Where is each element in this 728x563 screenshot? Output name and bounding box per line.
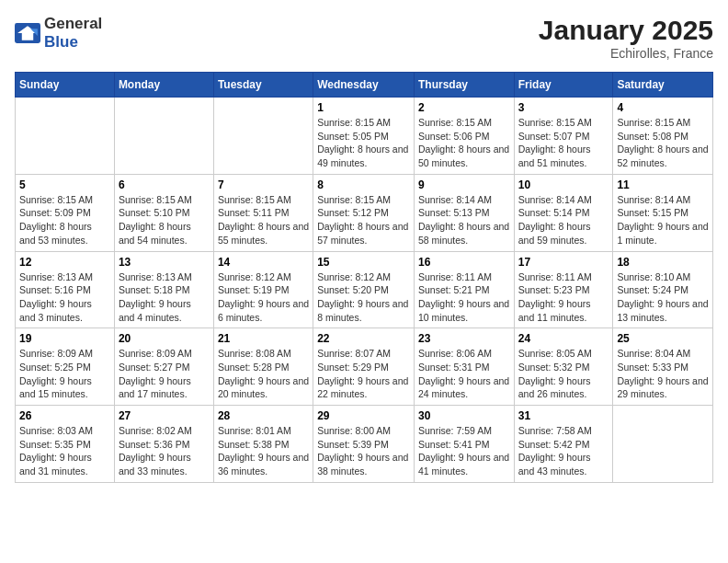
day-number: 19 <box>19 332 110 345</box>
day-detail: Sunrise: 8:15 AM Sunset: 5:10 PM Dayligh… <box>119 193 210 247</box>
day-detail: Sunrise: 8:12 AM Sunset: 5:20 PM Dayligh… <box>317 270 410 325</box>
calendar-table: SundayMondayTuesdayWednesdayThursdayFrid… <box>15 72 713 483</box>
day-number: 14 <box>218 256 309 269</box>
calendar-cell: 13Sunrise: 8:13 AM Sunset: 5:18 PM Dayli… <box>114 251 213 328</box>
main-title: January 2025 <box>539 15 713 46</box>
day-number: 30 <box>418 409 510 422</box>
calendar-cell: 26Sunrise: 8:03 AM Sunset: 5:35 PM Dayli… <box>16 406 115 483</box>
calendar-cell: 19Sunrise: 8:09 AM Sunset: 5:25 PM Dayli… <box>16 328 115 406</box>
day-detail: Sunrise: 8:04 AM Sunset: 5:33 PM Dayligh… <box>617 347 709 401</box>
calendar-cell: 1Sunrise: 8:15 AM Sunset: 5:05 PM Daylig… <box>313 98 415 175</box>
day-number: 13 <box>119 256 210 269</box>
calendar-cell <box>613 406 713 483</box>
day-number: 8 <box>317 178 410 191</box>
day-number: 3 <box>518 101 609 114</box>
calendar-cell: 4Sunrise: 8:15 AM Sunset: 5:08 PM Daylig… <box>613 98 713 175</box>
calendar-cell: 27Sunrise: 8:02 AM Sunset: 5:36 PM Dayli… <box>114 406 213 483</box>
day-number: 6 <box>119 178 210 191</box>
day-header-sunday: Sunday <box>16 73 115 98</box>
calendar-cell: 31Sunrise: 7:58 AM Sunset: 5:42 PM Dayli… <box>514 406 613 483</box>
day-number: 20 <box>119 332 210 345</box>
calendar-cell: 21Sunrise: 8:08 AM Sunset: 5:28 PM Dayli… <box>213 328 313 406</box>
calendar-cell: 20Sunrise: 8:09 AM Sunset: 5:27 PM Dayli… <box>114 328 213 406</box>
day-detail: Sunrise: 8:15 AM Sunset: 5:12 PM Dayligh… <box>317 193 410 247</box>
day-number: 23 <box>418 332 510 345</box>
day-detail: Sunrise: 8:15 AM Sunset: 5:06 PM Dayligh… <box>418 116 510 170</box>
calendar-cell: 2Sunrise: 8:15 AM Sunset: 5:06 PM Daylig… <box>414 98 514 175</box>
day-detail: Sunrise: 8:15 AM Sunset: 5:08 PM Dayligh… <box>617 116 709 170</box>
calendar-cell: 28Sunrise: 8:01 AM Sunset: 5:38 PM Dayli… <box>213 406 313 483</box>
calendar-body: 1Sunrise: 8:15 AM Sunset: 5:05 PM Daylig… <box>16 98 713 483</box>
calendar-cell: 14Sunrise: 8:12 AM Sunset: 5:19 PM Dayli… <box>213 251 313 328</box>
logo-icon <box>15 23 40 43</box>
day-detail: Sunrise: 8:11 AM Sunset: 5:23 PM Dayligh… <box>518 270 609 325</box>
calendar-cell: 5Sunrise: 8:15 AM Sunset: 5:09 PM Daylig… <box>16 174 115 251</box>
day-number: 16 <box>418 256 510 269</box>
calendar-cell: 22Sunrise: 8:07 AM Sunset: 5:29 PM Dayli… <box>313 328 415 406</box>
calendar-cell <box>213 98 313 175</box>
calendar-header-row: SundayMondayTuesdayWednesdayThursdayFrid… <box>16 73 713 98</box>
calendar-cell: 8Sunrise: 8:15 AM Sunset: 5:12 PM Daylig… <box>313 174 415 251</box>
day-number: 2 <box>418 101 510 114</box>
day-number: 10 <box>518 178 609 191</box>
day-number: 4 <box>617 101 709 114</box>
calendar-cell: 9Sunrise: 8:14 AM Sunset: 5:13 PM Daylig… <box>414 174 514 251</box>
day-header-friday: Friday <box>514 73 613 98</box>
calendar-week-3: 12Sunrise: 8:13 AM Sunset: 5:16 PM Dayli… <box>16 251 713 328</box>
day-number: 12 <box>19 256 110 269</box>
day-detail: Sunrise: 8:14 AM Sunset: 5:14 PM Dayligh… <box>518 193 609 247</box>
day-detail: Sunrise: 8:11 AM Sunset: 5:21 PM Dayligh… <box>418 270 510 325</box>
day-number: 9 <box>418 178 510 191</box>
calendar-week-5: 26Sunrise: 8:03 AM Sunset: 5:35 PM Dayli… <box>16 406 713 483</box>
day-number: 28 <box>218 409 309 422</box>
day-header-thursday: Thursday <box>414 73 514 98</box>
calendar-cell: 24Sunrise: 8:05 AM Sunset: 5:32 PM Dayli… <box>514 328 613 406</box>
day-header-wednesday: Wednesday <box>313 73 415 98</box>
day-number: 24 <box>518 332 609 345</box>
calendar-cell: 15Sunrise: 8:12 AM Sunset: 5:20 PM Dayli… <box>313 251 415 328</box>
day-number: 31 <box>518 409 609 422</box>
day-detail: Sunrise: 8:13 AM Sunset: 5:18 PM Dayligh… <box>119 270 210 325</box>
calendar-cell: 30Sunrise: 7:59 AM Sunset: 5:41 PM Dayli… <box>414 406 514 483</box>
calendar-cell: 16Sunrise: 8:11 AM Sunset: 5:21 PM Dayli… <box>414 251 514 328</box>
subtitle: Echirolles, France <box>539 46 713 61</box>
day-detail: Sunrise: 8:10 AM Sunset: 5:24 PM Dayligh… <box>617 270 709 325</box>
day-detail: Sunrise: 8:13 AM Sunset: 5:16 PM Dayligh… <box>19 270 110 325</box>
logo: General Blue <box>15 15 102 52</box>
calendar-cell: 12Sunrise: 8:13 AM Sunset: 5:16 PM Dayli… <box>16 251 115 328</box>
logo-general-text: General <box>44 15 102 32</box>
calendar-cell: 3Sunrise: 8:15 AM Sunset: 5:07 PM Daylig… <box>514 98 613 175</box>
logo-blue-text: Blue <box>44 33 78 51</box>
day-header-saturday: Saturday <box>613 73 713 98</box>
day-detail: Sunrise: 8:12 AM Sunset: 5:19 PM Dayligh… <box>218 270 309 325</box>
day-detail: Sunrise: 7:59 AM Sunset: 5:41 PM Dayligh… <box>418 424 510 478</box>
day-number: 27 <box>119 409 210 422</box>
day-number: 26 <box>19 409 110 422</box>
day-number: 21 <box>218 332 309 345</box>
day-number: 1 <box>317 101 410 114</box>
calendar-cell: 18Sunrise: 8:10 AM Sunset: 5:24 PM Dayli… <box>613 251 713 328</box>
calendar-week-1: 1Sunrise: 8:15 AM Sunset: 5:05 PM Daylig… <box>16 98 713 175</box>
day-detail: Sunrise: 8:15 AM Sunset: 5:05 PM Dayligh… <box>317 116 410 170</box>
day-detail: Sunrise: 8:01 AM Sunset: 5:38 PM Dayligh… <box>218 424 309 478</box>
calendar-cell: 23Sunrise: 8:06 AM Sunset: 5:31 PM Dayli… <box>414 328 514 406</box>
day-detail: Sunrise: 8:06 AM Sunset: 5:31 PM Dayligh… <box>418 347 510 401</box>
day-detail: Sunrise: 8:00 AM Sunset: 5:39 PM Dayligh… <box>317 424 410 478</box>
day-header-monday: Monday <box>114 73 213 98</box>
day-header-tuesday: Tuesday <box>213 73 313 98</box>
day-detail: Sunrise: 8:14 AM Sunset: 5:13 PM Dayligh… <box>418 193 510 247</box>
calendar-cell: 17Sunrise: 8:11 AM Sunset: 5:23 PM Dayli… <box>514 251 613 328</box>
day-number: 7 <box>218 178 309 191</box>
calendar-cell <box>16 98 115 175</box>
calendar-cell: 7Sunrise: 8:15 AM Sunset: 5:11 PM Daylig… <box>213 174 313 251</box>
day-detail: Sunrise: 8:15 AM Sunset: 5:07 PM Dayligh… <box>518 116 609 170</box>
day-detail: Sunrise: 8:05 AM Sunset: 5:32 PM Dayligh… <box>518 347 609 401</box>
calendar-week-4: 19Sunrise: 8:09 AM Sunset: 5:25 PM Dayli… <box>16 328 713 406</box>
day-detail: Sunrise: 8:07 AM Sunset: 5:29 PM Dayligh… <box>317 347 410 401</box>
logo-text: General Blue <box>44 15 102 52</box>
day-number: 18 <box>617 256 709 269</box>
day-detail: Sunrise: 8:02 AM Sunset: 5:36 PM Dayligh… <box>119 424 210 478</box>
day-detail: Sunrise: 8:15 AM Sunset: 5:09 PM Dayligh… <box>19 193 110 247</box>
day-detail: Sunrise: 8:14 AM Sunset: 5:15 PM Dayligh… <box>617 193 709 247</box>
calendar-cell <box>114 98 213 175</box>
